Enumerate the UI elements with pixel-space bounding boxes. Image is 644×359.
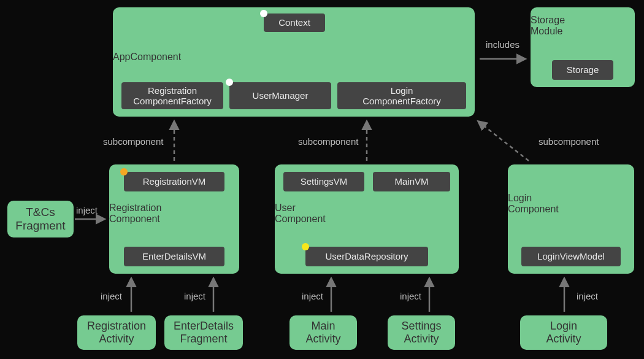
settings-activity-title: Settings Activity [401, 320, 441, 345]
context-chip: Context [264, 14, 325, 32]
login-vm-chip: LoginViewModel [521, 247, 621, 266]
dot-icon [302, 243, 309, 250]
svg-line-3 [478, 122, 529, 161]
storage-module-box: Storage Module Storage [531, 7, 635, 87]
login-factory-chip: Login ComponentFactory [337, 82, 466, 109]
enter-details-vm-chip: EnterDetailsVM [124, 247, 224, 266]
login-activity-title: Login Activity [546, 320, 581, 345]
user-manager-chip: UserManager [229, 82, 331, 109]
context-label: Context [278, 17, 310, 28]
app-component-title: AppComponent [113, 52, 475, 63]
login-factory-label: Login ComponentFactory [362, 85, 441, 107]
registration-factory-chip: Registration ComponentFactory [121, 82, 223, 109]
storage-label: Storage [567, 64, 599, 75]
registration-activity-title: Registration Activity [87, 320, 146, 345]
login-vm-label: LoginViewModel [537, 251, 605, 261]
inject-label-2: inject [184, 291, 205, 301]
registration-vm-chip: RegistrationVM [124, 172, 224, 191]
enter-details-vm-label: EnterDetailsVM [142, 251, 206, 261]
login-component-title: Login Component [508, 193, 634, 215]
dot-icon [120, 168, 128, 176]
inject-label-1: inject [101, 291, 122, 301]
subcomponent-label-2: subcomponent [298, 136, 358, 147]
storage-module-title: Storage Module [531, 15, 635, 37]
inject-label-4: inject [400, 291, 421, 301]
enter-details-fragment-title: EnterDetails Fragment [174, 320, 234, 345]
subcomponent-label-3: subcomponent [539, 136, 599, 147]
login-component-box: Login Component LoginViewModel [508, 164, 634, 274]
storage-chip: Storage [552, 60, 613, 80]
inject-label-tcs: inject [76, 205, 98, 215]
tcs-fragment-box: T&Cs Fragment [7, 201, 74, 237]
inject-label-3: inject [302, 291, 323, 301]
user-data-repo-chip: UserDataRepository [305, 247, 428, 266]
main-activity-title: Main Activity [305, 320, 340, 345]
user-component-title: User Component [275, 203, 459, 225]
registration-component-title: Registration Component [109, 203, 239, 225]
app-component-box: Context AppComponent Registration Compon… [113, 7, 475, 117]
main-activity-box: Main Activity [289, 315, 357, 350]
settings-activity-box: Settings Activity [388, 315, 455, 350]
main-vm-label: MainVM [394, 176, 428, 187]
main-vm-chip: MainVM [373, 172, 450, 191]
registration-vm-label: RegistrationVM [143, 176, 206, 187]
enter-details-fragment-box: EnterDetails Fragment [164, 315, 243, 350]
user-data-repo-label: UserDataRepository [325, 251, 408, 261]
registration-activity-box: Registration Activity [77, 315, 156, 350]
includes-label: includes [486, 39, 519, 50]
user-component-box: SettingsVM MainVM User Component UserDat… [275, 164, 459, 274]
settings-vm-chip: SettingsVM [283, 172, 364, 191]
login-activity-box: Login Activity [520, 315, 607, 350]
registration-component-box: RegistrationVM Registration Component En… [109, 164, 239, 274]
user-manager-label: UserManager [253, 90, 309, 101]
tcs-fragment-title: T&Cs Fragment [15, 206, 65, 233]
dot-icon [226, 79, 233, 86]
settings-vm-label: SettingsVM [301, 176, 348, 187]
subcomponent-label-1: subcomponent [103, 136, 163, 147]
inject-label-5: inject [577, 291, 598, 301]
dot-icon [260, 10, 267, 17]
reg-factory-label: Registration ComponentFactory [133, 85, 212, 107]
